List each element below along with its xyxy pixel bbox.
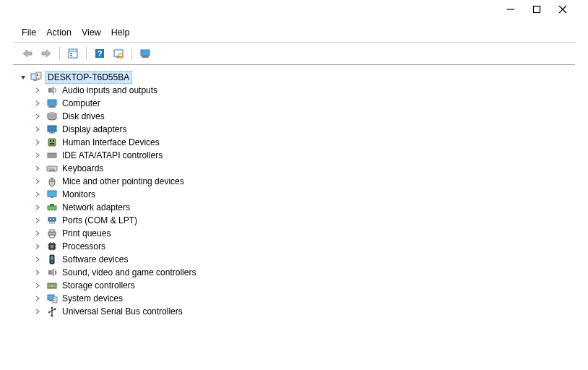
menu-view[interactable]: View <box>80 26 108 39</box>
ide-icon <box>46 150 58 161</box>
minimize-button[interactable] <box>506 4 516 14</box>
tree-item[interactable]: Print queues <box>33 227 588 240</box>
chevron-right-icon[interactable] <box>33 138 42 147</box>
toolbar-help-button[interactable]: ? <box>91 46 108 61</box>
toolbar-divider <box>86 47 87 60</box>
tree-item-label: Ports (COM & LPT) <box>61 215 137 225</box>
tree-item[interactable]: Network adapters <box>33 201 588 214</box>
close-icon <box>558 5 567 14</box>
tree-item[interactable]: Human Interface Devices <box>33 136 588 149</box>
svg-rect-6 <box>70 53 72 54</box>
tree-item-label: Storage controllers <box>61 280 135 291</box>
tree-item-label: Universal Serial Bus controllers <box>61 306 183 317</box>
chevron-right-icon[interactable] <box>33 86 42 95</box>
chevron-right-icon[interactable] <box>33 281 42 290</box>
chevron-right-icon[interactable] <box>33 177 42 186</box>
audio-icon <box>46 85 58 96</box>
close-button[interactable] <box>558 4 568 14</box>
svg-rect-14 <box>141 50 150 56</box>
chevron-right-icon[interactable] <box>33 125 42 134</box>
chevron-right-icon[interactable] <box>33 203 42 212</box>
cpu-icon <box>46 241 58 252</box>
disk-icon <box>46 111 58 122</box>
tree-item-label: Software devices <box>61 254 128 264</box>
chevron-right-icon[interactable] <box>33 190 42 199</box>
tree-item-label: Disk drives <box>61 111 105 121</box>
tree-item[interactable]: Storage controllers <box>33 279 588 292</box>
tree-item[interactable]: Monitors <box>33 188 588 201</box>
toolbar-back-button[interactable] <box>19 46 36 61</box>
toolbar-divider <box>59 47 60 60</box>
tree-item-label: Keyboards <box>61 163 103 173</box>
tree-item-label: Mice and other pointing devices <box>61 176 184 186</box>
tree-item[interactable]: Ports (COM & LPT) <box>33 214 588 227</box>
device-tree: DESKTOP-T6D55BA Audio inputs and outputs… <box>0 68 588 318</box>
display-icon <box>46 124 58 135</box>
chevron-right-icon[interactable] <box>33 216 42 225</box>
scan-hardware-icon <box>113 48 124 59</box>
arrow-left-icon <box>22 48 33 59</box>
chevron-right-icon[interactable] <box>33 307 42 316</box>
window-controls <box>506 4 588 14</box>
tree-item-label: Computer <box>61 98 100 108</box>
tree-item-label: Processors <box>61 241 105 251</box>
menu-action[interactable]: Action <box>45 26 79 39</box>
chevron-right-icon[interactable] <box>33 268 42 277</box>
arrow-right-icon <box>40 48 52 59</box>
ports-icon <box>46 215 58 226</box>
tree-item[interactable]: Computer <box>33 97 588 110</box>
toolbar-separator <box>13 64 575 65</box>
svg-rect-20 <box>37 74 38 74</box>
menubar: File Action View Help <box>0 23 588 40</box>
toolbar-monitor-button[interactable] <box>137 46 154 61</box>
chevron-right-icon[interactable] <box>33 229 42 238</box>
properties-icon <box>67 48 79 59</box>
computer-icon <box>46 98 58 109</box>
tree-item-label: Print queues <box>61 228 111 238</box>
tree-item[interactable]: IDE ATA/ATAPI controllers <box>33 149 588 162</box>
minimize-icon <box>506 5 515 14</box>
chevron-right-icon[interactable] <box>33 294 42 303</box>
chevron-down-icon[interactable] <box>19 73 27 82</box>
tree-item[interactable]: Keyboards <box>33 162 588 175</box>
toolbar-forward-button[interactable] <box>38 46 55 61</box>
toolbar: ? <box>0 43 588 64</box>
tree-item[interactable]: Display adapters <box>33 123 588 136</box>
svg-rect-4 <box>69 49 77 58</box>
toolbar-properties-button[interactable] <box>64 46 82 61</box>
chevron-right-icon[interactable] <box>33 255 42 264</box>
storage-icon <box>46 280 58 291</box>
tree-item[interactable]: Audio inputs and outputs <box>33 84 588 97</box>
tree-item[interactable]: Disk drives <box>33 110 588 123</box>
chevron-right-icon[interactable] <box>33 242 42 251</box>
tree-item[interactable]: Mice and other pointing devices <box>33 175 588 188</box>
chevron-right-icon[interactable] <box>33 99 42 108</box>
tree-root-label: DESKTOP-T6D55BA <box>45 71 132 84</box>
tree-item[interactable]: Processors <box>33 240 588 253</box>
tree-root-node[interactable]: DESKTOP-T6D55BA <box>19 71 588 84</box>
tree-children-container: Audio inputs and outputsComputerDisk dri… <box>19 84 588 318</box>
mouse-icon <box>46 176 58 187</box>
monitor-icon <box>46 189 58 200</box>
maximize-icon <box>532 5 541 14</box>
svg-rect-1 <box>534 7 540 13</box>
toolbar-divider <box>131 47 132 60</box>
tree-item-label: Network adapters <box>61 202 130 212</box>
toolbar-scan-button[interactable] <box>110 46 127 61</box>
svg-rect-7 <box>70 55 72 56</box>
hid-icon <box>46 137 58 148</box>
tree-item[interactable]: System devices <box>33 292 588 305</box>
maximize-button[interactable] <box>532 4 542 14</box>
tree-item[interactable]: Universal Serial Bus controllers <box>33 305 588 318</box>
menu-file[interactable]: File <box>20 26 43 39</box>
chevron-right-icon[interactable] <box>33 112 42 121</box>
tree-item[interactable]: Sound, video and game controllers <box>33 266 588 279</box>
monitor-icon <box>139 48 151 59</box>
menu-help[interactable]: Help <box>110 26 137 39</box>
chevron-right-icon[interactable] <box>33 164 42 173</box>
printer-icon <box>46 228 58 239</box>
chevron-right-icon[interactable] <box>33 151 42 160</box>
tree-item[interactable]: Software devices <box>33 253 588 266</box>
tree-item-label: Sound, video and game controllers <box>61 267 196 278</box>
svg-rect-21 <box>37 75 38 76</box>
